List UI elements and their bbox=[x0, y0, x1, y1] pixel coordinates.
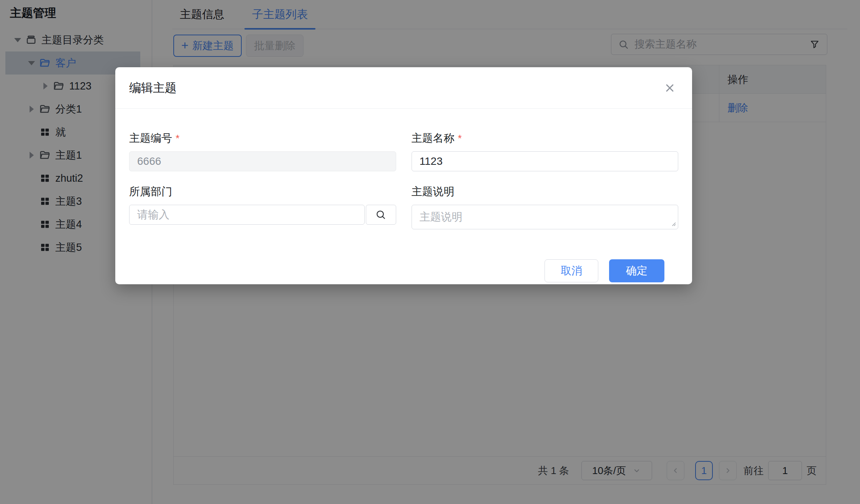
field-label: 主题说明 bbox=[412, 184, 679, 199]
department-label: 所属部门 bbox=[129, 184, 172, 199]
topic-code-label: 主题编号 bbox=[129, 131, 172, 146]
department-field: 所属部门 bbox=[129, 184, 396, 229]
cancel-button[interactable]: 取消 bbox=[545, 259, 598, 282]
dialog-body: 主题编号 * 主题名称 * 所属部门 bbox=[115, 109, 692, 282]
department-input[interactable] bbox=[129, 205, 365, 225]
dialog-title: 编辑主题 bbox=[129, 80, 177, 96]
topic-name-field: 主题名称 * bbox=[412, 131, 679, 171]
field-label: 所属部门 bbox=[129, 184, 396, 199]
topic-name-label: 主题名称 bbox=[412, 131, 455, 146]
topic-desc-field: 主题说明 bbox=[412, 184, 679, 229]
required-mark: * bbox=[458, 133, 462, 144]
required-mark: * bbox=[176, 133, 179, 144]
topic-desc-textarea[interactable] bbox=[412, 205, 679, 229]
field-label: 主题编号 * bbox=[129, 131, 396, 146]
field-label: 主题名称 * bbox=[412, 131, 679, 146]
department-search-button[interactable] bbox=[366, 205, 396, 225]
topic-desc-label: 主题说明 bbox=[412, 184, 455, 199]
dialog-footer: 取消 确定 bbox=[129, 229, 678, 282]
topic-code-field: 主题编号 * bbox=[129, 131, 396, 171]
confirm-button[interactable]: 确定 bbox=[609, 259, 664, 282]
search-icon bbox=[375, 209, 387, 220]
close-icon bbox=[664, 82, 676, 94]
topic-code-input bbox=[129, 151, 396, 171]
edit-topic-dialog: 编辑主题 主题编号 * 主题名称 * 所 bbox=[115, 67, 692, 284]
close-button[interactable] bbox=[663, 81, 677, 95]
dialog-header: 编辑主题 bbox=[115, 67, 692, 109]
topic-name-input[interactable] bbox=[412, 151, 679, 171]
